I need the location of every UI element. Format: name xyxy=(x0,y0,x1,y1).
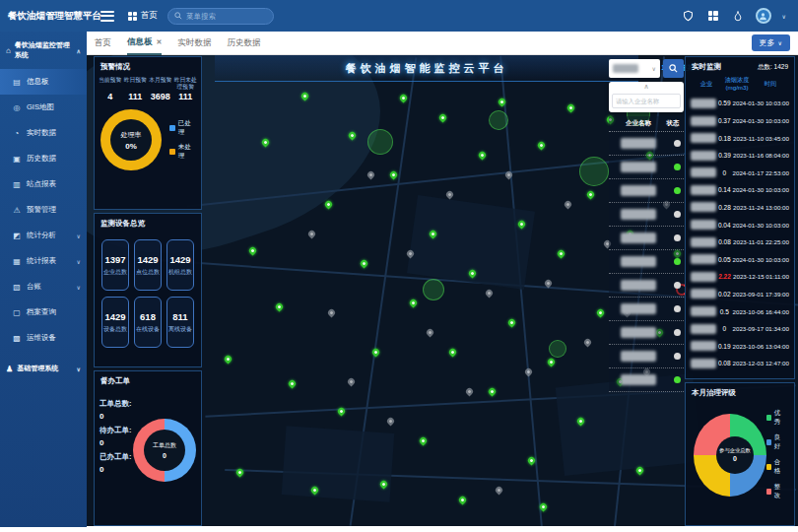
map-pin-gray[interactable] xyxy=(445,190,455,200)
company-row[interactable] xyxy=(609,203,684,227)
sidebar-item-site-report[interactable]: ▥站点报表 xyxy=(0,171,87,197)
map-pin-gray[interactable] xyxy=(524,367,534,377)
sidebar-item-archive-query[interactable]: ▢档案查询 xyxy=(0,299,87,325)
company-search-button[interactable] xyxy=(663,59,684,78)
company-row[interactable] xyxy=(609,179,684,203)
map-pin-green[interactable] xyxy=(360,259,369,269)
map-pin-green[interactable] xyxy=(448,348,458,358)
map-pin-green[interactable] xyxy=(224,355,233,365)
map-pin-green[interactable] xyxy=(557,249,566,259)
realtime-row[interactable]: 0.182023-11-10 03:45:00 xyxy=(686,129,794,147)
flame-icon[interactable] xyxy=(731,9,745,23)
map-pin-gray[interactable] xyxy=(495,486,504,496)
realtime-row[interactable]: 02023-09-17 01:34:00 xyxy=(686,320,794,338)
map-pin-gray[interactable] xyxy=(465,387,475,397)
map-pin-green[interactable] xyxy=(547,358,557,367)
company-row[interactable] xyxy=(609,298,684,321)
sidebar-group-base-system[interactable]: ♟ 基础管理系统 ∨ xyxy=(0,355,87,382)
map-pin-green[interactable] xyxy=(478,151,488,161)
realtime-row[interactable]: 2.222023-12-15 01:11:00 xyxy=(686,268,794,286)
menu-search-input[interactable] xyxy=(186,12,265,21)
user-avatar[interactable] xyxy=(756,8,771,24)
tab-实时数据[interactable]: 实时数据 xyxy=(177,32,211,55)
map-pin-green[interactable] xyxy=(399,94,409,103)
map-pin-gray[interactable] xyxy=(307,230,317,239)
map-pin-green[interactable] xyxy=(507,318,517,328)
realtime-row[interactable]: 0.282023-11-24 13:00:00 xyxy=(686,199,794,217)
map-pin-green[interactable] xyxy=(419,436,429,446)
sidebar-item-warning-mgmt[interactable]: ⚠预警管理 xyxy=(0,197,87,223)
more-button[interactable]: 更多∨ xyxy=(752,34,790,51)
map-pin-green[interactable] xyxy=(409,299,419,308)
realtime-row[interactable]: 0.392023-11-16 08:04:00 xyxy=(686,147,794,165)
sidebar-item-stat-report[interactable]: ▦统计报表∨ xyxy=(0,248,87,274)
company-select-dropdown[interactable]: ∨ xyxy=(609,59,660,78)
map-pin-green[interactable] xyxy=(488,387,498,397)
chevron-down-icon[interactable]: ∨ xyxy=(782,13,786,20)
map-pin-green[interactable] xyxy=(288,379,298,389)
map-pin-green[interactable] xyxy=(324,200,334,210)
company-row[interactable] xyxy=(609,132,684,156)
map-pin-gray[interactable] xyxy=(583,338,593,348)
tab-信息板[interactable]: 信息板✕ xyxy=(127,32,162,55)
sidebar-item-history-data[interactable]: ▣历史数据 xyxy=(0,146,87,171)
map-pin-green[interactable] xyxy=(389,170,399,180)
map-pin-gray[interactable] xyxy=(366,170,376,180)
map-pin-gray[interactable] xyxy=(327,308,337,318)
map-pin-gray[interactable] xyxy=(347,377,357,387)
realtime-row[interactable]: 0.082023-11-01 22:25:00 xyxy=(686,233,794,251)
sidebar-item-realtime-data[interactable]: ◔实时数据 xyxy=(0,120,87,146)
apps-grid-icon[interactable] xyxy=(706,9,720,23)
company-row[interactable] xyxy=(609,227,684,250)
workorder-donut: 工单总数 0 xyxy=(133,419,196,482)
map-pin-gray[interactable] xyxy=(426,328,435,338)
map-pin-green[interactable] xyxy=(586,190,596,200)
realtime-row[interactable]: 0.372024-01-30 10:03:00 xyxy=(686,112,794,130)
map-pin-green[interactable] xyxy=(537,141,547,151)
realtime-row[interactable]: 0.042024-01-30 10:03:00 xyxy=(686,216,794,233)
realtime-row[interactable]: 0.52023-10-06 16:44:00 xyxy=(686,302,794,320)
realtime-row[interactable]: 02024-01-17 22:53:00 xyxy=(686,165,794,182)
reading-time: 2023-11-16 08:04:00 xyxy=(733,152,789,159)
company-row[interactable] xyxy=(609,321,684,345)
company-row[interactable] xyxy=(609,368,684,392)
map-pin-gray[interactable] xyxy=(564,200,573,210)
sidebar-item-ops-device[interactable]: ▩运维设备 xyxy=(0,325,87,351)
dashboard-map[interactable]: 餐饮油烟智能监控云平台 2024/1/30 10:03 星期二 预警情况 当前预… xyxy=(87,55,798,526)
sidebar-item-ledger[interactable]: ▧台账∨ xyxy=(0,274,87,299)
realtime-row[interactable]: 0.022023-09-01 17:39:00 xyxy=(686,286,794,303)
close-icon[interactable]: ✕ xyxy=(157,38,163,46)
map-pin-green[interactable] xyxy=(248,246,258,256)
company-row[interactable] xyxy=(609,156,684,179)
home-breadcrumb[interactable]: 首页 xyxy=(128,10,158,22)
company-row[interactable] xyxy=(609,345,684,368)
company-row[interactable] xyxy=(609,274,684,298)
sidebar-item-gis-map[interactable]: ◎GIS地图 xyxy=(0,95,87,120)
company-row[interactable] xyxy=(609,250,684,274)
device-stat-value: 1429 xyxy=(137,254,158,265)
realtime-row[interactable]: 0.142024-01-30 10:03:00 xyxy=(686,181,794,199)
status-col-header: 状态 xyxy=(665,119,681,128)
map-pin-green[interactable] xyxy=(596,308,606,318)
tab-历史数据[interactable]: 历史数据 xyxy=(227,32,260,55)
sidebar-item-label: 预警管理 xyxy=(27,205,56,215)
realtime-row[interactable]: 0.082023-12-03 12:47:00 xyxy=(686,355,794,372)
sidebar-group-smoke-system[interactable]: ⌂ 餐饮油烟监控管理系统 ∧ xyxy=(0,32,87,69)
map-pin-gray[interactable] xyxy=(485,289,495,299)
legend-label: 良好 xyxy=(774,433,785,451)
sidebar-item-info-board[interactable]: ▤信息板 xyxy=(0,69,87,95)
map-pin-green[interactable] xyxy=(275,302,285,312)
map-pin-green[interactable] xyxy=(566,103,576,113)
tab-首页[interactable]: 首页 xyxy=(95,32,111,55)
hamburger-menu-icon[interactable] xyxy=(100,11,114,22)
sidebar-item-stat-analysis[interactable]: ◩统计分析∨ xyxy=(0,223,87,248)
concentration-value: 0.19 xyxy=(716,343,733,350)
map-pin-gray[interactable] xyxy=(386,417,396,427)
map-pin-green[interactable] xyxy=(438,113,448,123)
realtime-row[interactable]: 0.592024-01-30 10:03:00 xyxy=(686,95,794,112)
realtime-row[interactable]: 0.192023-10-06 13:04:00 xyxy=(686,337,794,355)
company-name-input[interactable] xyxy=(612,94,681,108)
shield-icon[interactable] xyxy=(682,9,696,23)
realtime-row[interactable]: 0.052024-01-30 10:03:00 xyxy=(686,250,794,268)
map-pin-green[interactable] xyxy=(458,496,468,505)
